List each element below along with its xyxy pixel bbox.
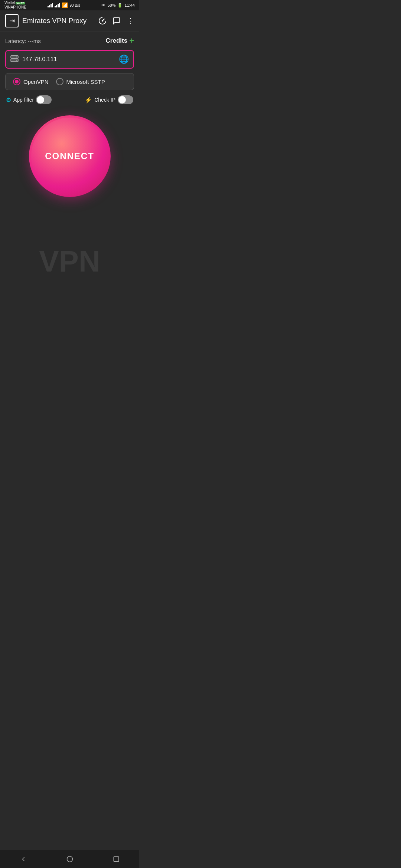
battery-icon: 🔋 <box>117 3 123 8</box>
signal-info: 📶 93 B/s <box>48 2 80 8</box>
signal-bars-2 <box>55 3 60 7</box>
credits-label: Credits <box>106 37 128 45</box>
network-speed: 93 B/s <box>69 3 80 7</box>
openvpn-radio-inner <box>15 80 19 83</box>
bar5 <box>55 6 56 7</box>
app-title: Emirates VPN Proxy <box>22 17 95 25</box>
latency-row: Latency: ---ms Credits + <box>5 36 134 46</box>
eye-icon: 👁 <box>101 3 105 7</box>
connect-label: CONNECT <box>45 151 94 161</box>
app-bar-actions: ⋮ <box>98 16 134 25</box>
time: 11:44 <box>124 3 135 7</box>
protocol-selector: OpenVPN Microsoft SSTP <box>5 73 134 90</box>
sstp-option[interactable]: Microsoft SSTP <box>56 78 105 85</box>
app-icon: ⇥ <box>5 14 19 27</box>
check-ip-toggle-item: ⚡ Check IP <box>85 95 133 104</box>
credits-plus-icon: + <box>129 36 134 46</box>
svg-point-3 <box>16 56 17 57</box>
watermark-text: VPN <box>5 244 134 275</box>
signal-bars-1 <box>48 3 53 7</box>
bolt-icon: ⚡ <box>85 96 92 103</box>
carrier-name: Viettel VoLTE <box>4 1 26 5</box>
check-ip-toggle[interactable] <box>118 95 133 104</box>
app-filter-toggle-item: ⚙ App filter <box>6 95 52 104</box>
server-input-container: 🌐 <box>5 50 134 69</box>
watermark-area: VPN <box>5 208 134 275</box>
bar7 <box>58 4 59 7</box>
svg-point-4 <box>16 60 17 61</box>
app-filter-label: App filter <box>13 97 34 103</box>
toggles-row: ⚙ App filter ⚡ Check IP <box>5 95 134 104</box>
battery-percentage: 58% <box>107 3 115 7</box>
sstp-label: Microsoft SSTP <box>66 79 105 85</box>
globe-icon[interactable]: 🌐 <box>119 55 129 64</box>
connect-button[interactable]: CONNECT <box>29 115 111 197</box>
more-options-button[interactable]: ⋮ <box>127 16 134 25</box>
sstp-radio[interactable] <box>56 78 63 85</box>
gear-icon: ⚙ <box>6 96 11 103</box>
carrier-info: Viettel VoLTE VINAPHONE <box>4 1 26 10</box>
openvpn-option[interactable]: OpenVPN <box>13 78 49 85</box>
check-ip-label: Check IP <box>94 97 115 103</box>
server-icon <box>10 55 19 64</box>
speed-button[interactable] <box>98 17 107 25</box>
bar4 <box>52 3 53 7</box>
app-filter-toggle[interactable] <box>36 95 52 104</box>
exit-icon: ⇥ <box>9 17 15 25</box>
bar2 <box>49 5 50 7</box>
network-name: VINAPHONE <box>4 5 26 10</box>
credits-button[interactable]: Credits + <box>106 36 134 46</box>
openvpn-radio[interactable] <box>13 78 20 85</box>
check-ip-knob <box>118 96 126 103</box>
volte-badge: VoLTE <box>16 2 25 4</box>
app-bar: ⇥ Emirates VPN Proxy ⋮ <box>0 10 139 32</box>
status-right: 👁 58% 🔋 11:44 <box>101 3 135 8</box>
connect-area: CONNECT <box>5 115 134 197</box>
openvpn-label: OpenVPN <box>23 79 49 85</box>
bar1 <box>48 6 49 7</box>
server-ip-input[interactable] <box>22 56 115 63</box>
status-bar: Viettel VoLTE VINAPHONE 📶 93 B/s 👁 58% 🔋… <box>0 0 139 10</box>
app-filter-knob <box>37 96 44 103</box>
main-content: Latency: ---ms Credits + 🌐 OpenVPN <box>0 32 139 279</box>
wifi-icon: 📶 <box>62 2 68 8</box>
bar3 <box>50 4 52 7</box>
chat-button[interactable] <box>113 17 121 25</box>
latency-label: Latency: ---ms <box>5 38 41 44</box>
bar6 <box>56 5 57 7</box>
svg-point-0 <box>102 20 103 22</box>
bar8 <box>59 3 60 7</box>
